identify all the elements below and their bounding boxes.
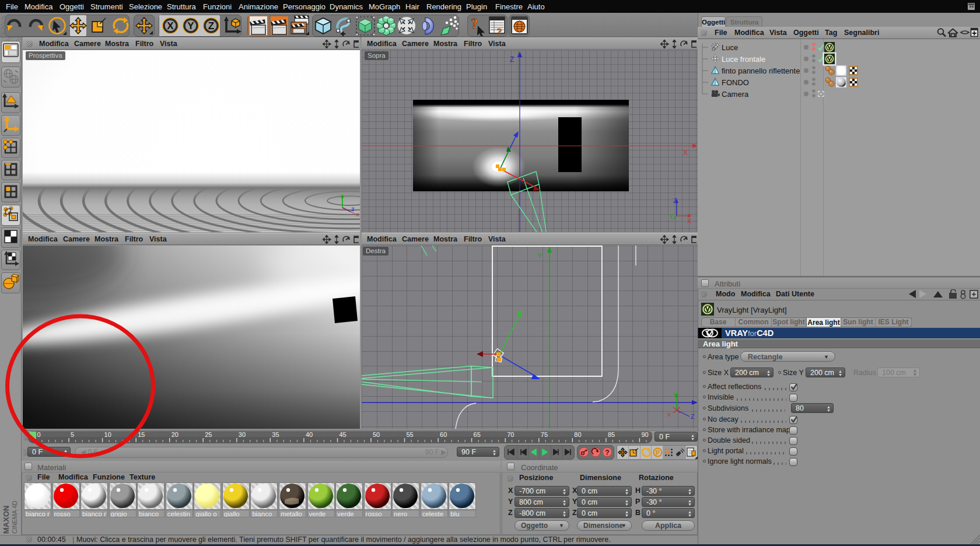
svg-text:25: 25 bbox=[205, 431, 212, 438]
svg-text:10: 10 bbox=[104, 431, 111, 438]
svg-text:70: 70 bbox=[507, 431, 514, 438]
svg-text:Z: Z bbox=[208, 20, 214, 32]
svg-text:x: x bbox=[667, 411, 671, 418]
svg-text:FONDO: FONDO bbox=[722, 78, 749, 87]
svg-text:Y: Y bbox=[537, 252, 542, 260]
svg-text:Y: Y bbox=[340, 194, 344, 200]
svg-text:Z: Z bbox=[510, 55, 514, 64]
svg-text:Y: Y bbox=[187, 20, 194, 32]
svg-text:20: 20 bbox=[172, 431, 178, 438]
svg-text:35: 35 bbox=[272, 431, 279, 438]
svg-text:X: X bbox=[683, 149, 688, 157]
svg-text:60: 60 bbox=[440, 431, 447, 438]
svg-text:65: 65 bbox=[474, 431, 481, 438]
svg-text:85: 85 bbox=[608, 431, 615, 438]
svg-text:Z: Z bbox=[691, 413, 695, 420]
svg-text:80: 80 bbox=[574, 431, 581, 438]
svg-text:?: ? bbox=[605, 449, 609, 457]
svg-text:MAXON: MAXON bbox=[2, 506, 10, 534]
svg-text:?: ? bbox=[497, 26, 502, 36]
svg-text:Z: Z bbox=[673, 197, 677, 204]
svg-text:Y: Y bbox=[669, 213, 674, 220]
svg-text:CINEMA 4D: CINEMA 4D bbox=[11, 501, 18, 534]
svg-text:55: 55 bbox=[407, 431, 414, 438]
svg-text:X: X bbox=[356, 212, 359, 216]
svg-text:Camera: Camera bbox=[722, 90, 749, 99]
svg-text:?: ? bbox=[471, 16, 478, 32]
svg-text:Z: Z bbox=[351, 206, 355, 212]
svg-text:0: 0 bbox=[37, 431, 41, 438]
svg-text:90: 90 bbox=[641, 431, 648, 438]
svg-text:X: X bbox=[167, 20, 174, 32]
svg-text:5: 5 bbox=[71, 431, 74, 438]
svg-text:P: P bbox=[656, 449, 660, 456]
svg-text:45: 45 bbox=[340, 431, 346, 438]
svg-text:50: 50 bbox=[373, 431, 380, 438]
svg-text:Luce: Luce bbox=[722, 43, 738, 52]
svg-text:Y: Y bbox=[673, 391, 678, 398]
svg-text:X: X bbox=[687, 218, 692, 225]
svg-text:75: 75 bbox=[541, 431, 548, 438]
svg-text:15: 15 bbox=[138, 431, 145, 438]
svg-text:finto pannello riflettente: finto pannello riflettente bbox=[722, 66, 800, 75]
svg-text:40: 40 bbox=[306, 431, 313, 438]
svg-text:Luce frontale: Luce frontale bbox=[722, 55, 765, 64]
svg-text:30: 30 bbox=[239, 431, 246, 438]
